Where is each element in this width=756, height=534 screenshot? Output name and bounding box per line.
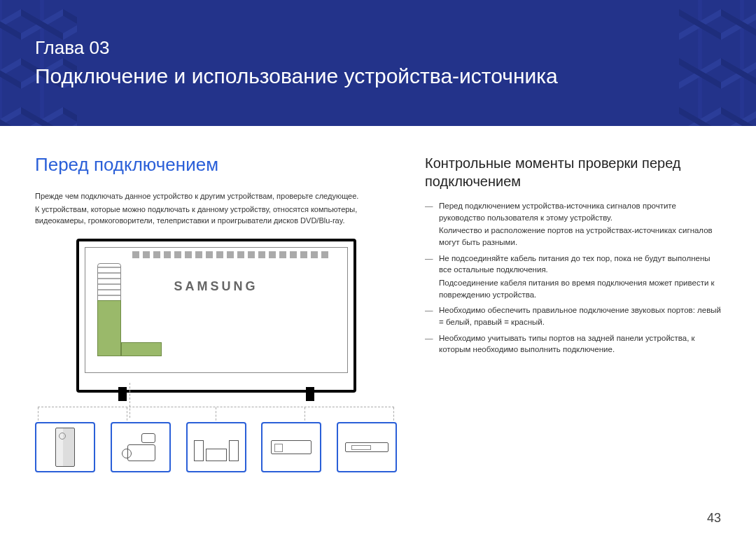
chapter-banner: Глава 03 Подключение и использование уст… bbox=[0, 0, 756, 126]
tv-vents bbox=[132, 251, 328, 258]
device-row bbox=[35, 422, 397, 472]
checklist-heading: Контрольные моменты проверки перед подкл… bbox=[425, 154, 721, 190]
dash-marker: ― bbox=[425, 304, 433, 316]
chapter-title: Подключение и использование устройства-и… bbox=[35, 64, 558, 87]
device-settop-box bbox=[261, 422, 321, 472]
checklist-subtext: Подсоединение кабеля питания во время по… bbox=[439, 277, 721, 300]
connection-diagram: SAMSUNG bbox=[35, 239, 397, 472]
left-column: Перед подключением Прежде чем подключать… bbox=[35, 154, 397, 472]
device-pc-tower bbox=[35, 422, 95, 472]
chapter-number: Глава 03 bbox=[35, 36, 558, 60]
checklist-item: ― Необходимо обеспечить правильное подкл… bbox=[425, 304, 721, 328]
checklist-item: ― Не подсоединяйте кабель питания до тех… bbox=[425, 253, 721, 301]
checklist-text: Необходимо учитывать типы портов на задн… bbox=[439, 334, 695, 354]
checklist-item: ― Перед подключением устройства-источник… bbox=[425, 200, 721, 248]
tv-stand-right bbox=[306, 387, 314, 401]
diagram-wiring bbox=[38, 407, 394, 423]
dash-marker: ― bbox=[425, 332, 433, 344]
tv-illustration: SAMSUNG bbox=[76, 239, 356, 393]
intro-paragraph-1: Прежде чем подключать данное устройство … bbox=[35, 191, 397, 202]
tv-highlight-ports-horizontal bbox=[121, 342, 162, 356]
device-dvd-player bbox=[337, 422, 397, 472]
section-heading: Перед подключением bbox=[35, 154, 397, 176]
intro-paragraph-2: К устройствам, которые можно подключать … bbox=[35, 204, 397, 226]
checklist: ― Перед подключением устройства-источник… bbox=[425, 200, 721, 356]
tv-stand-left bbox=[118, 387, 127, 401]
content-area: Перед подключением Прежде чем подключать… bbox=[0, 126, 756, 472]
right-column: Контрольные моменты проверки перед подкл… bbox=[425, 154, 721, 472]
checklist-item: ― Необходимо учитывать типы портов на за… bbox=[425, 332, 721, 356]
checklist-text: Не подсоединяйте кабель питания до тех п… bbox=[439, 254, 710, 274]
checklist-subtext: Количество и расположение портов на устр… bbox=[439, 225, 721, 248]
device-camcorder bbox=[111, 422, 171, 472]
device-hifi-speakers bbox=[186, 422, 246, 472]
banner-decor-right bbox=[679, 0, 756, 126]
page-number: 43 bbox=[707, 511, 721, 526]
chapter-heading: Глава 03 Подключение и использование уст… bbox=[35, 36, 558, 90]
checklist-text: Перед подключением устройства-источника … bbox=[439, 202, 676, 222]
checklist-text: Необходимо обеспечить правильное подключ… bbox=[439, 306, 721, 326]
tv-highlight-ports-vertical bbox=[97, 300, 121, 356]
dash-marker: ― bbox=[425, 200, 433, 212]
dash-marker: ― bbox=[425, 253, 433, 265]
